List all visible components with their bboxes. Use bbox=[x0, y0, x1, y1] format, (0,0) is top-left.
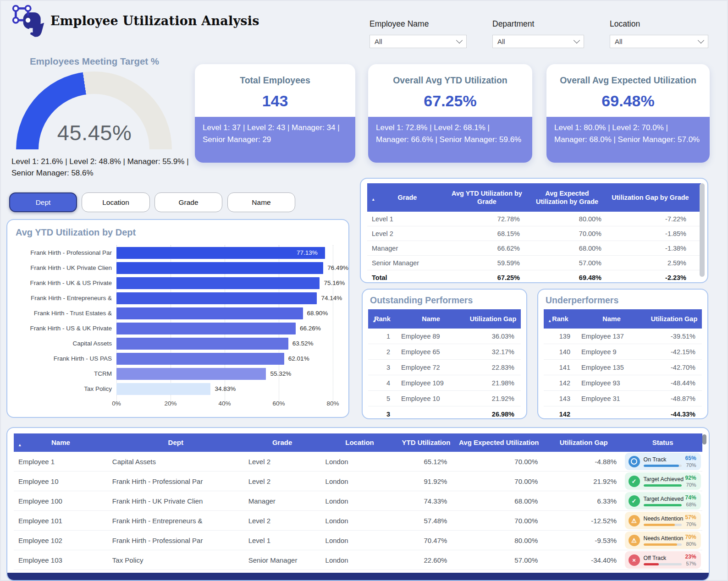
underperformers-table: Rank▲NameUtilization Gap139Employee 137-… bbox=[544, 309, 702, 422]
kpi-breakdown: Level 1: 80.0% | Level 2: 70.0% | Manage… bbox=[546, 117, 710, 163]
status-current-percent: 57% bbox=[685, 514, 696, 521]
employee-cell: Level 1 bbox=[244, 537, 321, 544]
bar-frank-hirth-entrepreneurs[interactable] bbox=[116, 292, 317, 304]
underperformers-table-header-utilization-gap[interactable]: Utilization Gap bbox=[646, 313, 702, 325]
outstanding-table-header-rank[interactable]: Rank▲ bbox=[368, 313, 397, 325]
outstanding-table-row[interactable]: 5Employee 1021.92% bbox=[368, 391, 521, 406]
underperformers-table-header-name[interactable]: Name bbox=[577, 313, 646, 325]
bar-frank-hirth-trust-estates[interactable] bbox=[116, 307, 303, 319]
grade-table-header-grade[interactable]: Grade▲ bbox=[367, 192, 447, 203]
employee-cell: 70.47% bbox=[398, 537, 453, 544]
grade-table-row[interactable]: Level 172.78%80.00%-7.22% bbox=[367, 212, 701, 226]
grade-table-row[interactable]: Senior Manager59.59%57.00%2.59% bbox=[367, 256, 701, 270]
outstanding-table-header-name[interactable]: Name bbox=[397, 313, 465, 325]
scrollbar-thumb[interactable] bbox=[700, 183, 705, 277]
underperformers-table-row[interactable]: 140Employee 9-42.15% bbox=[544, 344, 702, 360]
bar-frank-hirth-uk-us-private[interactable] bbox=[116, 277, 320, 289]
bar-area: 76.49% bbox=[116, 260, 347, 275]
underperformers-panel: Underperformers Rank▲NameUtilization Gap… bbox=[537, 289, 708, 419]
underperformers-table-row[interactable]: 141Employee 135-42.70% bbox=[544, 360, 702, 375]
kpi-value: 67.25% bbox=[368, 92, 532, 110]
network-graph-icon bbox=[10, 2, 47, 40]
employee-table-header-grade[interactable]: Grade bbox=[244, 437, 321, 449]
underperformers-table-cell: -48.44% bbox=[646, 379, 702, 387]
status-progress-fill bbox=[644, 465, 679, 467]
underperformers-table-row[interactable]: 142Employee 93-48.44% bbox=[544, 375, 702, 391]
bar-frank-hirth-us-pas[interactable] bbox=[116, 353, 284, 365]
grade-table-header-utilization-gap-by-grade[interactable]: Utilization Gap by Grade bbox=[608, 192, 693, 203]
status-progress-bar bbox=[644, 543, 682, 546]
status-progress-bar bbox=[644, 504, 682, 506]
status-label: Needs Attention bbox=[644, 515, 682, 522]
employee-cell: -4.88% bbox=[544, 458, 623, 466]
underperformers-table-row[interactable]: 139Employee 137-39.51% bbox=[544, 329, 702, 344]
outstanding-table-row[interactable]: 3Employee 7222.83% bbox=[368, 360, 521, 375]
chevron-down-icon bbox=[574, 37, 580, 44]
outstanding-table-cell: Employee 65 bbox=[397, 348, 465, 356]
kpi-value: 69.48% bbox=[546, 92, 710, 110]
employee-table-header-dept[interactable]: Dept bbox=[108, 437, 244, 449]
filter-dropdown-department[interactable]: All bbox=[492, 35, 584, 48]
grade-table-row[interactable]: Manager66.62%68.00%-1.38% bbox=[367, 241, 701, 256]
employee-status-cell: ✓Target Achieved92%70% bbox=[623, 472, 702, 490]
employee-row[interactable]: Employee 103Tax PolicySenior ManagerLond… bbox=[14, 550, 702, 570]
employee-table-header-name[interactable]: Name▲ bbox=[14, 437, 108, 449]
bar-frank-hirth-uk-private-clien[interactable] bbox=[116, 262, 323, 274]
bar-tcrm[interactable] bbox=[116, 368, 266, 380]
employee-cell: Employee 10 bbox=[14, 477, 108, 485]
underperformers-table-header-rank[interactable]: Rank▲ bbox=[544, 313, 577, 325]
outstanding-table-cell: 5 bbox=[368, 395, 397, 402]
page-title: Employee Utilization Analysis bbox=[50, 14, 259, 28]
status-percentages: 23%57% bbox=[685, 554, 696, 566]
employee-row[interactable]: Employee 10Frank Hirth - Professional Pa… bbox=[14, 471, 702, 491]
employee-cell: 91.92% bbox=[398, 477, 453, 485]
status-percentages: 74%68% bbox=[685, 494, 696, 507]
check-icon: ✓ bbox=[629, 495, 640, 507]
grade-table-row[interactable]: Level 268.15%70.00%-1.85% bbox=[367, 226, 701, 241]
tab-location[interactable]: Location bbox=[82, 192, 150, 212]
employee-table-header-location[interactable]: Location bbox=[321, 437, 399, 449]
employee-table-header-ytd-utilization[interactable]: YTD Utilization bbox=[398, 437, 453, 449]
outstanding-table-row[interactable]: 2Employee 6532.17% bbox=[368, 344, 521, 360]
status-target-percent: 70% bbox=[686, 521, 696, 527]
bar-capital-assets[interactable] bbox=[116, 338, 288, 350]
underperformers-table-cell: Employee 9 bbox=[577, 348, 646, 356]
employee-table-header-utilization-gap[interactable]: Utilization Gap bbox=[544, 437, 623, 449]
filter-dropdown-location[interactable]: All bbox=[610, 35, 708, 48]
outstanding-table-cell: Employee 10 bbox=[397, 395, 465, 402]
filter-dropdown-employee-name[interactable]: All bbox=[370, 35, 467, 48]
bar-frank-hirth-us-uk-private[interactable] bbox=[116, 323, 296, 334]
outstanding-table-row[interactable]: 4Employee 10921.98% bbox=[368, 375, 521, 391]
tab-grade[interactable]: Grade bbox=[154, 192, 222, 212]
bar-area: 68.90% bbox=[116, 306, 347, 321]
employee-row[interactable]: Employee 101Frank Hirth - Entrepreneurs … bbox=[14, 511, 702, 531]
tab-dept[interactable]: Dept bbox=[9, 192, 77, 212]
employee-row[interactable]: Employee 100Frank Hirth - UK Private Cli… bbox=[14, 491, 702, 511]
kpi-card-total-employees: Total Employees143Level 1: 37 | Level 2:… bbox=[195, 64, 355, 163]
bar-category-label: Frank Hirth - Trust Estates & bbox=[16, 310, 116, 317]
outstanding-performers-panel: Outstanding Performers Rank▲NameUtilizat… bbox=[362, 289, 527, 419]
outstanding-table-header: Rank▲NameUtilization Gap bbox=[368, 309, 521, 329]
outstanding-table-cell: Employee 109 bbox=[397, 379, 465, 387]
bar-frank-hirth-professional-par[interactable] bbox=[116, 247, 325, 259]
grade-table-header-avg-ytd-utilization-by-grade[interactable]: Avg YTD Utilization by Grade bbox=[447, 187, 526, 208]
underperformers-title: Underperformers bbox=[546, 295, 702, 306]
outstanding-table-row[interactable]: 1Employee 8936.03% bbox=[368, 329, 521, 344]
employee-table: Name▲DeptGradeLocationYTD UtilizationAvg… bbox=[14, 433, 702, 570]
employee-row[interactable]: Employee 1Capital AssetsLevel 2London65.… bbox=[14, 452, 702, 471]
employee-status-cell: On Track65%70% bbox=[623, 453, 702, 470]
grade-table-header-avg-expected-utilization-by-grade[interactable]: Avg Expected Utilization by Grade bbox=[526, 187, 608, 208]
chevron-down-icon bbox=[456, 37, 463, 44]
bar-tax-policy[interactable] bbox=[116, 383, 210, 395]
bar-row: Frank Hirth - Trust Estates &68.90% bbox=[16, 306, 348, 321]
kpi-breakdown: Level 1: 37 | Level 2: 43 | Manager: 34 … bbox=[195, 117, 355, 163]
status-badge-needs-attention: ⚠Needs Attention57%70% bbox=[625, 512, 701, 529]
status-middle: On Track bbox=[644, 456, 682, 467]
tab-name[interactable]: Name bbox=[227, 192, 295, 212]
employee-table-header-avg-expected-utilization[interactable]: Avg Expected Utilization bbox=[453, 437, 544, 449]
employee-row[interactable]: Employee 102Frank Hirth - Professional P… bbox=[14, 531, 702, 550]
employee-table-header-status[interactable]: Status bbox=[623, 437, 702, 449]
outstanding-table-header-utilization-gap[interactable]: Utilization Gap bbox=[465, 313, 521, 325]
underperformers-table-row[interactable]: 143Employee 31-48.87% bbox=[544, 391, 702, 406]
scrollbar-thumb[interactable] bbox=[702, 434, 706, 444]
